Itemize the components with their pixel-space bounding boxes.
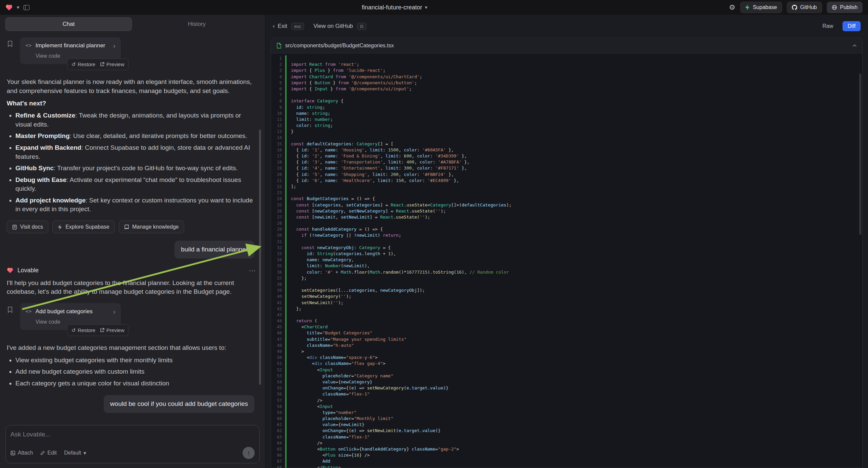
list-item: Expand with Backend: Connect Supabase to… [16,143,256,161]
code-line: 52 <Input [271,367,862,373]
code-text [286,135,291,141]
edit-card-title: Implement financial planner [36,41,105,50]
file-path-bar[interactable]: src/components/budget/BudgetCategories.t… [271,38,862,53]
code-text [286,281,291,287]
code-text: limit: number; [286,117,333,122]
github-button[interactable]: GitHub [787,2,822,13]
code-scrollbar[interactable] [859,74,861,235]
code-text: const [newCategory, setNewCategory] = Re… [286,208,446,214]
code-line: 42 }; [271,306,862,312]
line-number: 45 [271,324,285,330]
collapse-file-icon[interactable] [852,44,857,47]
code-line: 15const defaultCategories: Category[] = … [271,141,862,147]
line-number: 8 [271,98,285,104]
manage-knowledge-button[interactable]: Manage knowledge [119,221,184,233]
preview-button[interactable]: Preview [100,61,124,68]
exit-button[interactable]: Exit [273,23,287,30]
mode-select[interactable]: Default [64,450,86,456]
assistant-header: Lovable [7,266,256,275]
code-text: import React from 'react'; [286,61,359,67]
lovable-logo-icon[interactable] [5,4,13,11]
code-editor[interactable]: 12import React from 'react';3import { Pl… [271,53,862,468]
line-number: 57 [271,398,285,404]
user-message-2: would be cool if you could add budget ca… [104,395,254,413]
code-line: 10 name: string; [271,111,862,117]
code-line: 40 setNewCategory(''); [271,293,862,299]
user-message-1: build a financial planner [175,241,254,259]
line-number: 7 [271,92,285,98]
lovable-avatar-icon [7,267,14,274]
code-text: <div className="space-y-6"> [286,354,377,360]
code-text: { id: '1', name: 'Housing', limit: 1500,… [286,147,454,153]
line-number: 26 [271,208,285,214]
chat-scrollbar[interactable] [259,129,261,385]
restore-label: Restore [78,61,96,68]
code-line: 46 title="Budget Categories" [271,330,862,336]
supabase-button[interactable]: Supabase [740,2,782,13]
code-line: 16 { id: '1', name: 'Housing', limit: 15… [271,147,862,153]
sidebar-toggle-icon[interactable] [24,5,30,10]
edit-icon [40,450,45,455]
explore-supabase-button[interactable]: Explore Supabase [52,221,115,233]
code-line: 29 const handleAddCategory = () => { [271,226,862,232]
send-arrow-icon [247,449,250,457]
line-number: 42 [271,306,285,312]
code-line: 17 { id: '2', name: 'Food & Dining', lim… [271,153,862,159]
line-number: 19 [271,165,285,171]
line-number: 52 [271,367,285,373]
restore-button[interactable]: Restore [71,327,95,334]
edit-card-add-categories[interactable]: Add budget categories View code Restore … [20,303,121,330]
code-text: setCategories([...categories, newCategor… [286,287,425,293]
project-switcher[interactable]: financial-future-creator [362,4,428,11]
topbar: financial-future-creator Supabase GitHub… [0,0,868,15]
tab-chat[interactable]: Chat [5,18,132,31]
send-button[interactable] [243,447,255,459]
preview-button[interactable]: Preview [100,327,124,334]
code-text: onChange={(e) => setNewCategory(e.target… [286,385,448,391]
attach-button[interactable]: Attach [10,450,33,456]
edit-label: Edit [47,450,57,456]
diff-button[interactable]: Diff [842,21,861,31]
tool-block-1: Implement financial planner View code Re… [7,37,256,64]
summary-paragraph: Your sleek financial planner is now read… [7,78,256,95]
line-number: 20 [271,172,285,178]
explore-supabase-label: Explore Supabase [65,224,110,230]
line-number: 51 [271,360,285,367]
code-text: id: String(categories.length + 1), [286,251,396,257]
bookmark-icon[interactable] [7,40,13,50]
chat-input[interactable] [10,431,243,438]
raw-button[interactable]: Raw [823,23,833,29]
bookmark-icon[interactable] [7,306,13,316]
line-number: 54 [271,379,285,385]
message-more-icon[interactable] [249,266,256,275]
visit-docs-button[interactable]: Visit docs [7,221,48,233]
file-code-icon [276,42,281,49]
code-line: 50 <div className="space-y-6"> [271,354,862,360]
code-lines: 12import React from 'react';3import { Pl… [271,55,862,468]
restore-button[interactable]: Restore [71,61,95,68]
tab-history[interactable]: History [134,18,260,31]
restore-icon [71,327,76,334]
chevron-down-icon [425,4,428,10]
code-text: const [categories, setCategories] = Reac… [286,202,512,208]
publish-button[interactable]: Publish [827,2,863,13]
line-number: 55 [271,385,285,391]
line-number: 17 [271,153,285,159]
code-line: 9 id: string; [271,105,862,111]
code-text: color: string; [286,122,333,128]
logo-menu-chevron-icon[interactable] [17,4,20,10]
tool-block-2: Add budget categories View code Restore … [7,303,256,330]
chevron-down-icon [84,450,86,456]
settings-gear-icon[interactable] [729,3,736,11]
list-item: Each category gets a unique color for vi… [16,379,256,388]
code-line: 25 const [categories, setCategories] = R… [271,202,862,208]
line-number: 40 [271,293,285,299]
code-text: import { Plus } from 'lucide-react'; [286,67,385,74]
view-on-github-link[interactable]: View on GitHub [313,23,353,30]
edit-card-implement-planner[interactable]: Implement financial planner View code Re… [20,37,121,64]
edit-mode-button[interactable]: Edit [40,450,57,456]
code-icon [26,42,32,49]
code-text: Add [286,458,330,464]
restore-icon [71,61,76,68]
mode-label: Default [64,450,81,456]
